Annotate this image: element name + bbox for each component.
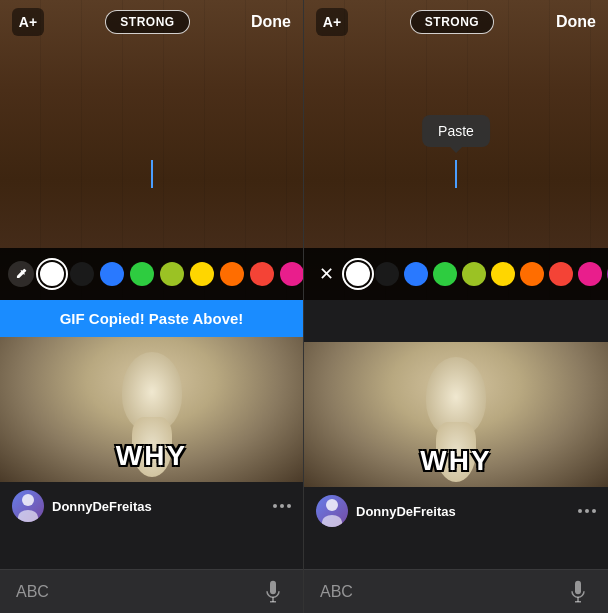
paste-tooltip[interactable]: Paste [422,115,490,147]
right-gif-thumbnail: WHY [304,342,608,487]
right-why-text: WHY [420,445,491,477]
gif-copied-banner: GIF Copied! Paste Above! [0,300,303,337]
left-microphone-button[interactable] [259,578,287,606]
right-gif-item[interactable]: WHY DonnyDeFreitas [304,342,608,569]
svg-rect-0 [270,580,276,594]
left-color-red[interactable] [250,262,274,286]
right-keyboard-bar: ABC [304,569,608,613]
right-font-size-button[interactable]: A+ [316,8,348,36]
right-color-blue[interactable] [404,262,428,286]
left-font-size-label: A+ [19,14,37,30]
left-edit-area: A+ STRONG Done [0,0,303,300]
left-color-white[interactable] [40,262,64,286]
right-font-size-label: A+ [323,14,341,30]
left-color-yellow-green[interactable] [160,262,184,286]
left-more-button[interactable] [273,504,291,508]
left-keyboard-bar: ABC [0,569,303,613]
right-panel: A+ STRONG Done Paste ✕ [304,0,608,613]
right-color-yellow-green[interactable] [462,262,486,286]
right-color-red[interactable] [549,262,573,286]
right-color-dots [346,262,608,286]
right-color-pink[interactable] [578,262,602,286]
left-top-bar: A+ STRONG Done [0,0,303,44]
right-style-pill[interactable]: STRONG [410,10,494,34]
left-bottom-section: GIF Copied! Paste Above! WHY DonnyDeFrei… [0,300,303,613]
right-avatar [316,495,348,527]
left-color-blue[interactable] [100,262,124,286]
left-panel: A+ STRONG Done [0,0,304,613]
close-button[interactable]: ✕ [312,260,340,288]
left-color-picker-bar [0,248,303,300]
left-color-black[interactable] [70,262,94,286]
left-color-pink[interactable] [280,262,304,286]
right-bottom-section: WHY DonnyDeFreitas ABC [304,300,608,613]
right-color-yellow[interactable] [491,262,515,286]
right-color-black[interactable] [375,262,399,286]
left-eyedropper-button[interactable] [8,261,34,287]
right-color-green[interactable] [433,262,457,286]
left-abc-label: ABC [16,583,259,601]
left-color-green[interactable] [130,262,154,286]
left-gif-item[interactable]: WHY DonnyDeFreitas [0,337,303,569]
right-microphone-button[interactable] [564,578,592,606]
right-color-white[interactable] [346,262,370,286]
right-abc-label: ABC [320,583,564,601]
left-gif-footer: DonnyDeFreitas [0,482,303,530]
right-edit-area: A+ STRONG Done Paste ✕ [304,0,608,300]
left-color-orange[interactable] [220,262,244,286]
right-done-button[interactable]: Done [556,13,596,31]
right-text-cursor [455,160,457,188]
left-gif-thumbnail: WHY [0,337,303,482]
left-avatar [12,490,44,522]
right-gif-footer: DonnyDeFreitas [304,487,608,535]
right-more-button[interactable] [578,509,596,513]
left-username: DonnyDeFreitas [52,499,273,514]
text-cursor [151,160,153,188]
left-done-button[interactable]: Done [251,13,291,31]
left-font-size-button[interactable]: A+ [12,8,44,36]
left-color-yellow[interactable] [190,262,214,286]
left-why-text: WHY [116,440,187,472]
right-action-bar: ✕ CAPTION ♡ [304,248,608,300]
right-color-orange[interactable] [520,262,544,286]
right-username: DonnyDeFreitas [356,504,578,519]
spacer [304,300,608,342]
right-top-bar: A+ STRONG Done [304,0,608,44]
svg-rect-3 [575,580,581,594]
left-style-pill[interactable]: STRONG [105,10,189,34]
